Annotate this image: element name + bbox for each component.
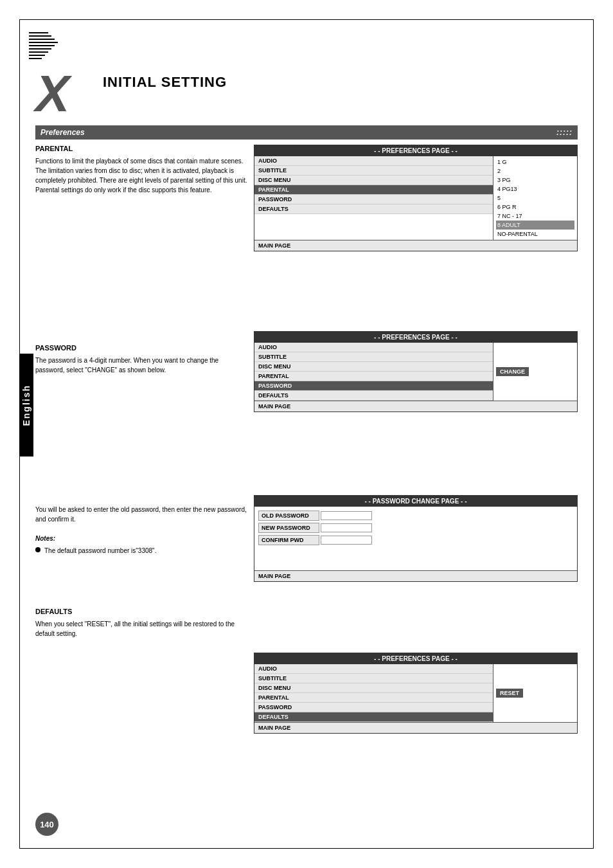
defaults-body: When you select "RESET", all the initial…: [35, 619, 247, 638]
screen3-header: - - PASSWORD CHANGE PAGE - -: [254, 496, 577, 507]
parental-body: Functions to limit the playback of some …: [35, 156, 247, 195]
page-number: 140: [35, 813, 58, 836]
old-password-row: OLD PASSWORD: [258, 511, 573, 521]
parental-section: PARENTAL Functions to limit the playback…: [35, 145, 247, 204]
screen1-menu: AUDIO SUBTITLE DISC MENU PARENTAL PASSWO…: [254, 156, 493, 240]
confirm-pwd-row: CONFIRM PWD: [258, 535, 573, 545]
screen-password-change: - - PASSWORD CHANGE PAGE - - OLD PASSWOR…: [254, 495, 578, 582]
defaults-section: DEFAULTS When you select "RESET", all th…: [35, 608, 247, 648]
password-title: PASSWORD: [35, 344, 247, 352]
option-4pg13[interactable]: 4 PG13: [496, 185, 574, 194]
menu-password-1[interactable]: PASSWORD: [254, 195, 493, 204]
notes-title: Notes:: [35, 534, 247, 543]
screen2-footer[interactable]: MAIN PAGE: [254, 401, 577, 411]
screen-preferences-defaults: - - PREFERENCES PAGE - - AUDIO SUBTITLE …: [254, 653, 578, 734]
password-note-body: You will be asked to enter the old passw…: [35, 505, 247, 524]
menu-parental-1[interactable]: PARENTAL: [254, 185, 493, 195]
screen-preferences-parental: - - PREFERENCES PAGE - - AUDIO SUBTITLE …: [254, 145, 578, 251]
menu-disc-menu-2[interactable]: DISC MENU: [254, 362, 493, 372]
screen4-header: - - PREFERENCES PAGE - -: [254, 653, 577, 664]
screen-preferences-password: - - PREFERENCES PAGE - - AUDIO SUBTITLE …: [254, 331, 578, 412]
notes-text-1: The default password number is"3308".: [44, 546, 156, 556]
option-7nc17[interactable]: 7 NC - 17: [496, 212, 574, 221]
option-5[interactable]: 5: [496, 194, 574, 203]
screen1-options: 1 G 2 3 PG 4 PG13 5 6 PG R 7 NC - 17 8 A…: [493, 156, 577, 240]
english-sidebar: English: [19, 354, 33, 457]
section-header-dots: :::::: [556, 128, 573, 137]
section-header: Preferences :::::: [35, 125, 578, 140]
password-body: The password is a 4-digit number. When y…: [35, 356, 247, 375]
english-label: English: [21, 384, 31, 426]
menu-password-4[interactable]: PASSWORD: [254, 703, 493, 712]
new-password-label: NEW PASSWORD: [258, 523, 319, 533]
screen2-right: CHANGE: [493, 343, 577, 401]
screen1-body: AUDIO SUBTITLE DISC MENU PARENTAL PASSWO…: [254, 156, 577, 240]
page-border-right: [593, 19, 594, 849]
password-section: PASSWORD The password is a 4-digit numbe…: [35, 344, 247, 384]
option-6pgr[interactable]: 6 PG R: [496, 203, 574, 212]
menu-audio-1[interactable]: AUDIO: [254, 156, 493, 166]
section-header-label: Preferences: [40, 128, 85, 137]
menu-subtitle-2[interactable]: SUBTITLE: [254, 352, 493, 362]
menu-defaults-2[interactable]: DEFAULTS: [254, 391, 493, 401]
option-3pg[interactable]: 3 PG: [496, 176, 574, 185]
x-logo: X: [35, 64, 69, 123]
old-password-label: OLD PASSWORD: [258, 511, 319, 521]
new-password-input[interactable]: [321, 523, 372, 532]
confirm-pwd-input[interactable]: [321, 536, 372, 545]
screen4-footer[interactable]: MAIN PAGE: [254, 722, 577, 733]
option-1g[interactable]: 1 G: [496, 158, 574, 167]
notes-section: Notes: The default password number is"33…: [35, 534, 247, 556]
option-8adult[interactable]: 8 ADULT: [496, 221, 574, 230]
password-note-section: You will be asked to enter the old passw…: [35, 505, 247, 556]
new-password-row: NEW PASSWORD: [258, 523, 573, 533]
change-button[interactable]: CHANGE: [496, 367, 529, 376]
menu-disc-menu-4[interactable]: DISC MENU: [254, 683, 493, 693]
screen2-header: - - PREFERENCES PAGE - -: [254, 332, 577, 343]
defaults-title: DEFAULTS: [35, 608, 247, 615]
menu-subtitle-4[interactable]: SUBTITLE: [254, 674, 493, 683]
page-title: INITIAL SETTING: [103, 74, 227, 91]
screen3-footer[interactable]: MAIN PAGE: [254, 570, 577, 581]
screen4-body: AUDIO SUBTITLE DISC MENU PARENTAL PASSWO…: [254, 664, 577, 722]
page-border-bottom: [19, 848, 594, 849]
screen1-footer[interactable]: MAIN PAGE: [254, 240, 577, 251]
page-border-top: [19, 19, 594, 20]
menu-audio-4[interactable]: AUDIO: [254, 664, 493, 674]
option-noparental[interactable]: NO-PARENTAL: [496, 230, 574, 239]
screen2-body: AUDIO SUBTITLE DISC MENU PARENTAL PASSWO…: [254, 343, 577, 401]
screen4-right: RESET: [493, 664, 577, 722]
menu-disc-menu-1[interactable]: DISC MENU: [254, 176, 493, 185]
menu-parental-4[interactable]: PARENTAL: [254, 693, 493, 703]
screen3-body: OLD PASSWORD NEW PASSWORD CONFIRM PWD: [254, 507, 577, 570]
confirm-pwd-label: CONFIRM PWD: [258, 535, 319, 545]
option-2[interactable]: 2: [496, 167, 574, 176]
menu-defaults-4[interactable]: DEFAULTS: [254, 712, 493, 722]
menu-subtitle-1[interactable]: SUBTITLE: [254, 166, 493, 176]
menu-password-2[interactable]: PASSWORD: [254, 381, 493, 391]
reset-button[interactable]: RESET: [496, 689, 523, 698]
screen2-menu: AUDIO SUBTITLE DISC MENU PARENTAL PASSWO…: [254, 343, 493, 401]
screen1-header: - - PREFERENCES PAGE - -: [254, 145, 577, 156]
parental-option-list: 1 G 2 3 PG 4 PG13 5 6 PG R 7 NC - 17 8 A…: [493, 156, 577, 240]
notes-item-1: The default password number is"3308".: [35, 546, 247, 556]
bullet-icon: [35, 547, 40, 552]
menu-defaults-1[interactable]: DEFAULTS: [254, 204, 493, 214]
screen4-menu: AUDIO SUBTITLE DISC MENU PARENTAL PASSWO…: [254, 664, 493, 722]
parental-title: PARENTAL: [35, 145, 247, 152]
left-decoration: [29, 32, 80, 62]
menu-parental-2[interactable]: PARENTAL: [254, 372, 493, 381]
menu-audio-2[interactable]: AUDIO: [254, 343, 493, 352]
old-password-input[interactable]: [321, 511, 372, 520]
